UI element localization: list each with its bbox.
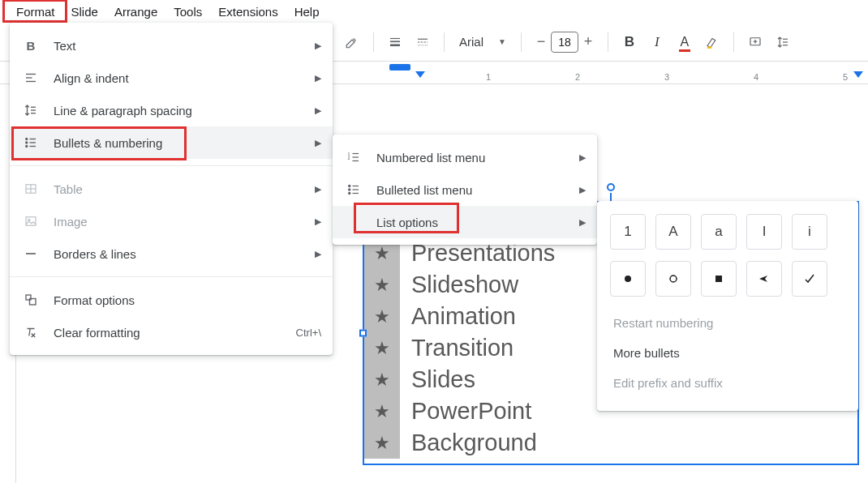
numbered-list-icon: 12: [346, 150, 362, 165]
highlight-color-button[interactable]: [701, 31, 724, 53]
preset-disc[interactable]: [610, 261, 646, 297]
menu-help[interactable]: Help: [286, 2, 328, 22]
chevron-right-icon: ▶: [579, 152, 586, 163]
list-options-submenu: 1 A a I i Restart numbering More bullets…: [597, 201, 858, 411]
star-bullet-icon: ★: [364, 395, 400, 427]
preset-lowercase-roman[interactable]: i: [792, 214, 827, 250]
bullets-icon: [23, 135, 39, 150]
svg-point-45: [625, 276, 631, 282]
svg-point-19: [26, 142, 28, 143]
align-icon: [23, 71, 39, 85]
svg-text:2: 2: [348, 156, 350, 160]
image-icon: [23, 214, 39, 229]
insert-comment-button[interactable]: [744, 31, 767, 53]
star-bullet-icon: ★: [364, 332, 400, 364]
ruler-tick: 1: [486, 72, 491, 82]
menu-item-format-options[interactable]: Format options: [10, 284, 333, 316]
more-bullets-option[interactable]: More bullets: [610, 338, 845, 368]
bold-button[interactable]: B: [618, 31, 641, 53]
ruler-indent-left[interactable]: [415, 71, 425, 78]
chevron-right-icon: ▶: [579, 217, 586, 228]
svg-point-39: [349, 185, 350, 186]
increase-font-size-button[interactable]: +: [578, 33, 598, 50]
ruler-tick: 4: [754, 72, 758, 82]
line-weight-icon[interactable]: [384, 31, 406, 53]
preset-lowercase-a[interactable]: a: [701, 214, 737, 250]
chevron-right-icon: ▶: [315, 184, 321, 194]
keyboard-shortcut: Ctrl+\: [296, 327, 321, 339]
format-options-icon: [23, 293, 39, 307]
line-spacing-button[interactable]: [771, 31, 794, 53]
bulleted-list-icon: [346, 182, 362, 197]
svg-point-46: [670, 276, 677, 282]
chevron-right-icon: ▶: [315, 105, 321, 116]
menu-format[interactable]: Format: [8, 2, 63, 22]
restart-numbering-option: Restart numbering: [610, 308, 845, 338]
menu-item-line-spacing[interactable]: Line & paragraph spacing ▶: [10, 94, 333, 126]
bullet-style-presets: [610, 261, 845, 297]
line-dash-icon[interactable]: [411, 31, 434, 53]
bullets-numbering-submenu: 12 Numbered list menu ▶ Bulleted list me…: [333, 135, 597, 245]
ruler-indent-first[interactable]: [389, 64, 410, 71]
svg-point-40: [349, 189, 350, 190]
preset-1[interactable]: 1: [610, 214, 646, 250]
ruler-tick: 2: [575, 72, 580, 82]
preset-capital-a[interactable]: A: [655, 214, 691, 250]
menu-slide[interactable]: Slide: [63, 2, 106, 22]
preset-capital-roman[interactable]: I: [746, 214, 782, 250]
chevron-right-icon: ▶: [315, 249, 321, 259]
bold-icon: B: [23, 39, 39, 53]
svg-rect-47: [715, 276, 722, 282]
line-spacing-icon: [23, 103, 39, 118]
edit-prefix-suffix-option: Edit prefix and suffix: [610, 368, 845, 398]
svg-point-41: [349, 192, 350, 194]
menu-item-table: Table ▶: [10, 173, 333, 205]
ruler-indent-right[interactable]: [853, 71, 863, 78]
svg-point-18: [26, 139, 28, 140]
chevron-right-icon: ▶: [315, 216, 321, 227]
menu-tools[interactable]: Tools: [165, 2, 210, 22]
menu-item-image: Image ▶: [10, 205, 333, 237]
star-bullet-icon: ★: [364, 269, 400, 301]
menu-item-borders-lines[interactable]: Borders & lines ▶: [10, 237, 333, 270]
text-color-button[interactable]: A: [673, 31, 696, 53]
preset-circle[interactable]: [655, 261, 691, 297]
menubar: Format Slide Arrange Tools Extensions He…: [0, 0, 868, 23]
menu-item-bullets-numbering[interactable]: Bullets & numbering ▶: [10, 126, 333, 159]
chevron-right-icon: ▶: [579, 185, 586, 195]
menu-separator: [10, 165, 333, 166]
font-family-selector[interactable]: Arial ▼: [454, 35, 511, 49]
resize-handle[interactable]: [359, 330, 367, 337]
font-size-control: − 18 +: [531, 32, 598, 53]
font-size-input[interactable]: 18: [551, 32, 578, 53]
list-item: ★Background: [364, 427, 857, 459]
menu-item-clear-formatting[interactable]: Clear formatting Ctrl+\: [10, 316, 333, 348]
ruler-tick: 3: [664, 72, 669, 82]
svg-point-20: [26, 146, 28, 147]
rotate-handle[interactable]: [607, 183, 615, 191]
ruler-tick: 5: [843, 72, 848, 82]
preset-check[interactable]: [792, 261, 827, 297]
menu-item-bulleted-list[interactable]: Bulleted list menu ▶: [333, 173, 597, 206]
format-menu-dropdown: B Text ▶ Align & indent ▶ Line & paragra…: [10, 23, 333, 355]
menu-item-text[interactable]: B Text ▶: [10, 29, 333, 62]
menu-extensions[interactable]: Extensions: [210, 2, 286, 22]
menu-arrange[interactable]: Arrange: [106, 2, 165, 22]
preset-square[interactable]: [701, 261, 737, 297]
preset-arrow[interactable]: [746, 261, 782, 297]
number-style-presets: 1 A a I i: [610, 214, 845, 250]
star-bullet-icon: ★: [364, 364, 400, 395]
menu-item-align-indent[interactable]: Align & indent ▶: [10, 62, 333, 94]
italic-button[interactable]: I: [646, 31, 668, 53]
chevron-right-icon: ▶: [315, 73, 321, 83]
clear-formatting-icon: [23, 325, 39, 340]
menu-separator: [10, 276, 333, 277]
star-bullet-icon: ★: [364, 301, 400, 332]
paint-format-icon[interactable]: [341, 31, 363, 53]
menu-item-numbered-list[interactable]: 12 Numbered list menu ▶: [333, 141, 597, 173]
star-bullet-icon: ★: [364, 427, 400, 459]
menu-item-list-options[interactable]: List options ▶: [333, 206, 597, 238]
svg-rect-27: [26, 217, 36, 226]
decrease-font-size-button[interactable]: −: [531, 33, 551, 50]
table-icon: [23, 182, 39, 196]
